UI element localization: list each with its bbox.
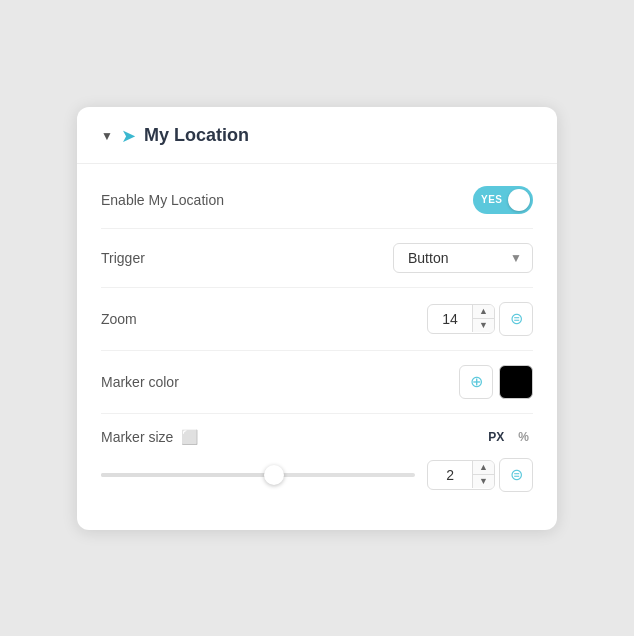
marker-size-spin-up[interactable]: ▲ bbox=[473, 461, 494, 475]
unit-pct-btn[interactable]: % bbox=[514, 428, 533, 446]
card-title: My Location bbox=[144, 125, 249, 146]
unit-group: PX % bbox=[484, 428, 533, 446]
marker-size-row: Marker size ⬜ PX % 2 ▲ bbox=[101, 414, 533, 506]
slider-thumb[interactable] bbox=[264, 465, 284, 485]
zoom-stack-icon: ⊜ bbox=[510, 309, 523, 328]
marker-size-value: 2 bbox=[428, 461, 472, 489]
marker-color-label: Marker color bbox=[101, 374, 179, 390]
card-header: ▼ ➤ My Location bbox=[77, 107, 557, 164]
trigger-dropdown-arrow-icon: ▼ bbox=[510, 251, 522, 265]
marker-color-row: Marker color ⊕ bbox=[101, 351, 533, 414]
color-swatch[interactable] bbox=[499, 365, 533, 399]
globe-icon: ⊕ bbox=[470, 372, 483, 391]
marker-size-label: Marker size ⬜ bbox=[101, 429, 198, 445]
marker-size-spin-down[interactable]: ▼ bbox=[473, 475, 494, 488]
marker-size-input-group: 2 ▲ ▼ ⊜ bbox=[427, 458, 533, 492]
slider-fill bbox=[101, 473, 274, 477]
zoom-input-group: 14 ▲ ▼ ⊜ bbox=[427, 302, 533, 336]
zoom-value: 14 bbox=[428, 305, 472, 333]
marker-size-number-box: 2 ▲ ▼ bbox=[427, 460, 495, 490]
monitor-icon: ⬜ bbox=[181, 429, 198, 445]
my-location-card: ▼ ➤ My Location Enable My Location YES T… bbox=[77, 107, 557, 530]
marker-size-stack-icon-btn[interactable]: ⊜ bbox=[499, 458, 533, 492]
enable-toggle[interactable]: YES bbox=[473, 186, 533, 214]
zoom-row: Zoom 14 ▲ ▼ ⊜ bbox=[101, 288, 533, 351]
collapse-chevron-icon[interactable]: ▼ bbox=[101, 129, 113, 143]
globe-icon-btn[interactable]: ⊕ bbox=[459, 365, 493, 399]
slider-row: 2 ▲ ▼ ⊜ bbox=[101, 458, 533, 492]
trigger-dropdown[interactable]: Button ▼ bbox=[393, 243, 533, 273]
location-icon: ➤ bbox=[121, 125, 136, 147]
toggle-thumb bbox=[508, 189, 530, 211]
zoom-number-box: 14 ▲ ▼ bbox=[427, 304, 495, 334]
zoom-stack-icon-btn[interactable]: ⊜ bbox=[499, 302, 533, 336]
marker-size-slider[interactable] bbox=[101, 473, 415, 477]
toggle-yes-label: YES bbox=[481, 194, 503, 205]
card-body: Enable My Location YES Trigger Button ▼ … bbox=[77, 164, 557, 530]
color-controls: ⊕ bbox=[459, 365, 533, 399]
trigger-label: Trigger bbox=[101, 250, 145, 266]
zoom-label: Zoom bbox=[101, 311, 137, 327]
trigger-value: Button bbox=[408, 250, 448, 266]
unit-px-btn[interactable]: PX bbox=[484, 428, 508, 446]
zoom-spinner: ▲ ▼ bbox=[472, 305, 494, 332]
marker-size-header: Marker size ⬜ PX % bbox=[101, 428, 533, 446]
marker-size-stack-icon: ⊜ bbox=[510, 465, 523, 484]
trigger-row: Trigger Button ▼ bbox=[101, 229, 533, 288]
marker-size-text: Marker size bbox=[101, 429, 173, 445]
toggle-track: YES bbox=[473, 186, 533, 214]
enable-row: Enable My Location YES bbox=[101, 172, 533, 229]
marker-size-spinner: ▲ ▼ bbox=[472, 461, 494, 488]
zoom-spin-down[interactable]: ▼ bbox=[473, 319, 494, 332]
zoom-spin-up[interactable]: ▲ bbox=[473, 305, 494, 319]
enable-label: Enable My Location bbox=[101, 192, 224, 208]
